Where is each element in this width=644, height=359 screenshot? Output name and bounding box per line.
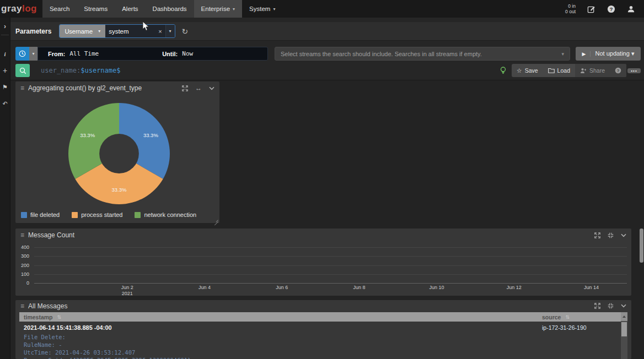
search-actions: ☆ Save Load Share ? ••• [500,64,641,77]
save-label: Save [525,67,538,74]
expand-widget-icon[interactable] [182,85,188,91]
x-tick-label: Jun 8 [353,285,366,291]
undo-icon[interactable]: ↶ [0,97,10,110]
search-icon [19,67,26,74]
help-icon[interactable]: ? [607,4,615,13]
graylog-dashboard: graylog Search Streams Alerts Dashboards… [0,0,644,359]
widget-title: Message Count [28,231,594,239]
line-chart-plot-area[interactable]: Jun 22021Jun 4Jun 6Jun 8Jun 10Jun 12Jun … [34,247,627,283]
throughput-out: 0 out [565,9,576,14]
share-button[interactable]: Share [575,64,610,77]
y-tick-label: 300 [15,253,29,259]
horizontal-resize-icon[interactable]: ↔ [195,84,202,92]
nav-item-system[interactable]: System ▾ [242,0,282,18]
nav-item-alerts[interactable]: Alerts [115,0,145,18]
legend-item-process-started[interactable]: process started [72,211,122,218]
search-help-button[interactable]: ? [610,64,626,77]
save-button[interactable]: ☆ Save [512,64,543,77]
share-user-icon [580,68,587,74]
more-actions-button[interactable]: ••• [627,68,641,73]
chart-legend: file deleted process started network con… [21,211,196,218]
message-detail-line: UtcTime: 2021-04-26 03:53:12.407 [24,349,191,356]
svg-text:?: ? [617,68,620,73]
widget-header: ≡ All Messages [15,300,631,312]
widget-resize-handle[interactable] [213,217,218,222]
clear-icon[interactable]: × [155,25,165,37]
time-range-display[interactable]: From: All Time Until: Now [37,47,268,61]
legend-item-file-deleted[interactable]: file deleted [21,211,60,218]
page-scrollbar-thumb[interactable] [640,229,643,263]
chevron-down-icon[interactable] [621,233,626,237]
focus-widget-icon[interactable] [608,303,614,309]
scroll-up-icon[interactable] [621,312,627,321]
legend-label: process started [81,211,122,218]
column-header-source[interactable]: source [542,314,561,320]
parameter-value-input[interactable] [105,25,155,37]
sidebar-divider [1,35,9,35]
lightbulb-icon[interactable] [500,67,506,75]
highlight-icon[interactable]: ⚑ [0,80,10,94]
drag-handle-icon[interactable]: ≡ [20,302,24,310]
expand-widget-icon[interactable] [594,303,600,309]
legend-swatch [72,212,78,218]
user-icon[interactable] [626,4,635,13]
username-parameter: Username ▾ × ▾ [59,24,175,38]
search-button[interactable] [15,64,30,77]
logo-text-gray: gray [1,3,22,14]
chevron-down-icon[interactable] [621,304,626,308]
chevron-down-icon[interactable] [209,86,214,90]
logo-text-log: log [22,3,37,14]
focus-widget-icon[interactable] [608,232,614,238]
x-tick-label: Jun 12 [507,285,522,291]
load-button[interactable]: Load [543,64,575,77]
nav-item-streams[interactable]: Streams [77,0,115,18]
stream-select[interactable]: Select streams the search should include… [275,47,570,61]
time-range-button[interactable] [15,47,29,61]
y-tick-label: 0 [15,280,29,286]
chevron-down-icon: ▾ [233,7,235,12]
refresh-icon[interactable]: ↻ [182,27,189,36]
parameter-dropdown-icon[interactable]: ▾ [165,25,175,37]
table-scrollbar[interactable] [621,312,627,359]
pie-chart-widget: ≡ Aggregating count() by gl2_event_type … [15,81,219,223]
legend-label: file deleted [30,211,60,218]
drag-handle-icon[interactable]: ≡ [20,231,24,239]
nav-item-dashboards[interactable]: Dashboards [146,0,194,18]
scrollbar-thumb[interactable] [621,322,627,336]
view-sidebar: › i + ⚑ ↶ [0,18,10,359]
message-row-timestamp[interactable]: 2021-06-14 15:41:38.885 -04:00 [24,324,112,331]
throughput-in: 0 in [565,3,576,9]
all-messages-widget: ≡ All Messages timestamp ⇅ source [15,300,631,359]
expand-widget-icon[interactable] [594,232,600,238]
throughput-indicator[interactable]: 0 in 0 out [565,3,576,14]
gridline [34,247,627,248]
parameter-name-button[interactable]: Username ▾ [60,25,105,37]
expand-sidebar-icon[interactable]: › [0,20,10,33]
y-tick-label: 100 [15,271,29,277]
edit-icon[interactable] [587,4,595,13]
message-row-source[interactable]: ip-172-31-26-190 [542,324,587,331]
widget-header: ≡ Message Count [15,229,631,242]
nav-label: Alerts [122,6,138,12]
info-icon[interactable]: i [0,47,10,61]
query-input[interactable]: user_name:$username$ [41,67,500,74]
table-header-row: timestamp ⇅ source ⇅ [19,312,627,322]
search-controls-row: ▾ From: All Time Until: Now Select strea… [15,47,641,61]
message-detail-line: RuleName: - [24,341,191,349]
add-widget-icon[interactable]: + [0,64,10,77]
sort-icon[interactable]: ⇅ [57,314,62,320]
time-range-dropdown-icon[interactable]: ▾ [29,47,37,61]
nav-item-enterprise[interactable]: Enterprise ▾ [194,0,242,18]
widget-title: Aggregating count() by gl2_event_type [28,84,182,92]
refresh-controls-button[interactable]: ▶ Not updating ▾ [576,47,641,61]
drag-handle-icon[interactable]: ≡ [20,84,24,92]
chevron-down-icon: ▾ [98,29,100,34]
graylog-logo[interactable]: graylog [0,0,42,18]
legend-item-network-connection[interactable]: network connection [135,211,196,218]
nav-item-search[interactable]: Search [42,0,77,18]
column-header-timestamp[interactable]: timestamp [24,314,53,320]
parameters-bar: Parameters Username ▾ × ▾ ↻ [10,22,644,41]
sort-icon[interactable]: ⇅ [565,314,570,320]
star-icon: ☆ [517,67,522,74]
message-details[interactable]: File Delete: RuleName: - UtcTime: 2021-0… [24,333,191,359]
